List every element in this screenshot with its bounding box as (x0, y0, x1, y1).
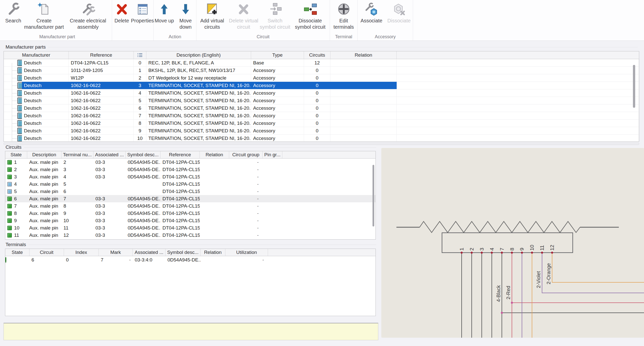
column-header-circuit-group[interactable]: Circuit group (229, 151, 263, 158)
toolbar-button-label: Delete virtual circuit (228, 18, 259, 30)
schematic-view[interactable]: 12347891011124-Black2-Red2-Violet2-Orang… (381, 148, 644, 338)
manufacturer-part-row[interactable]: Deutsch1062-16-06228TERMINATION, SOCKET,… (4, 120, 639, 127)
toolbar-button-move-up[interactable]: Move up (154, 0, 175, 34)
column-header-mark[interactable]: Mark (99, 249, 133, 256)
circuit-number: 8 (14, 211, 17, 216)
circuit-row[interactable]: 6Aux. male pin703-30D54A945-DE...DT04-12… (5, 195, 376, 202)
column-header-symbol-desc[interactable]: Symbol desc... (165, 249, 200, 256)
circuit-row[interactable]: 8Aux. male pin903-30D54A945-DE...DT04-12… (5, 210, 376, 217)
circuit-row[interactable]: 11Aux. male pin1203-30D54A945-DE...DT04-… (5, 232, 376, 239)
column-header-symbol-desc[interactable]: Symbol desc... (126, 151, 160, 158)
cell-terminal-number: 2 (61, 160, 93, 165)
manufacturer-parts-vscrollbar[interactable] (633, 65, 635, 108)
column-header-pin-gr[interactable]: Pin gr... (263, 151, 282, 158)
manufacturer-part-row[interactable]: Deutsch1062-16-06223TERMINATION, SOCKET,… (4, 82, 639, 89)
column-header-index[interactable]: Index (64, 249, 99, 256)
cell-associated: 03-3 (93, 196, 126, 202)
manufacturer-part-row[interactable]: Deutsch1062-16-06225TERMINATION, SOCKET,… (4, 97, 639, 104)
column-header-circuit[interactable]: Circuit (29, 249, 64, 256)
tree-stub (12, 101, 17, 101)
circuit-row[interactable]: 1Aux. male pin203-30D54A945-DE...DT04-12… (5, 159, 376, 166)
column-header-reference[interactable]: Reference (69, 51, 134, 59)
delete-virtual-icon (236, 2, 251, 17)
column-header-terminal-nu[interactable]: Terminal nu... (61, 151, 93, 158)
circuit-number: 4 (14, 181, 17, 187)
toolbar-button-associate[interactable]: Associate (358, 0, 385, 34)
column-header-description-english[interactable]: Description (English) (146, 51, 251, 59)
cell-circuit-group: - (229, 203, 263, 209)
column-header-state[interactable]: State (5, 151, 27, 158)
tree-gutter (4, 89, 22, 97)
toolbar-group-terminal: Edit terminalsTerminal (330, 0, 358, 41)
part-node-icon (17, 128, 22, 134)
cell-symbol-description: 0D54A945-DE... (126, 196, 160, 202)
circuit-number: 3 (14, 174, 17, 180)
circuit-row[interactable]: 2Aux. male pin303-30D54A945-DE...DT04-12… (5, 166, 376, 173)
toolbar-button-label: Move up (155, 18, 174, 24)
column-header-relation[interactable]: Relation (330, 51, 397, 59)
manufacturer-part-row[interactable]: Deutsch1062-16-06229TERMINATION, SOCKET,… (4, 127, 639, 135)
column-header-relation[interactable]: Relation (200, 151, 229, 158)
column-header-associated[interactable]: Associated ... (93, 151, 126, 158)
pin-label: 9 (519, 248, 525, 251)
manufacturer-part-row[interactable]: DeutschDT04-12PA-CL150REC, 12P, BLK, E, … (4, 59, 639, 67)
column-header-row-number[interactable] (134, 51, 146, 59)
circuit-row[interactable]: 7Aux. male pin803-30D54A945-DE...DT04-12… (5, 202, 376, 210)
terminals-table: StateCircuitIndexMarkAssociated ...Symbo… (5, 249, 376, 316)
toolbar-button-dissociate-symbol-circuit[interactable]: Dissociate symbol circuit (291, 0, 330, 34)
toolbar-button-move-down[interactable]: Move down (175, 0, 196, 34)
cell-circuits: 0 (304, 89, 330, 97)
circuit-row[interactable]: 10Aux. male pin1103-30D54A945-DE...DT04-… (5, 224, 376, 232)
cell-manufacturer: Deutsch (22, 74, 69, 82)
cell-filler (397, 112, 639, 119)
circuit-row[interactable]: 9Aux. male pin1003-30D54A945-DE...DT04-1… (5, 217, 376, 224)
manufacturer-part-row[interactable]: Deutsch1062-16-06224TERMINATION, SOCKET,… (4, 89, 639, 97)
manufacturer-part-row[interactable]: DeutschW12P2DT Wedgelock for 12 way rece… (4, 74, 639, 82)
toolbar-button-delete[interactable]: Delete (112, 0, 131, 34)
toolbar-button-create-manufacturer-part[interactable]: Create manufacturer part (24, 0, 64, 34)
wire-label-2-orange: 2-Orange (546, 263, 551, 285)
toolbar-button-add-virtual-circuits[interactable]: Add virtual circuits (196, 0, 228, 34)
cell-description: Aux. male pin (27, 233, 61, 238)
cell-description: Aux. male pin (27, 211, 61, 216)
cell-circuits: 0 (304, 67, 330, 74)
toolbar-button-search[interactable]: Search (3, 0, 24, 34)
cell-associated: 03-3 (93, 160, 126, 165)
pin-label: 10 (529, 245, 535, 251)
circuit-row[interactable]: 3Aux. male pin403-30D54A945-DE...DT04-12… (5, 173, 376, 180)
cell-reference: DT04-12PA-CL15 (0) (160, 189, 200, 194)
toolbar-button-edit-terminals[interactable]: Edit terminals (330, 0, 357, 34)
column-header-reference[interactable]: Reference (160, 151, 200, 158)
toolbar-button-properties[interactable]: Properties (131, 0, 153, 34)
cell-symbol-description: 0D54A945-DE... (126, 233, 160, 238)
cell-symbol-description: 0D54A945-DE... (126, 160, 160, 165)
cell-index: 6 (134, 104, 146, 112)
cell-state: 7 (5, 203, 27, 209)
dissociate-icon (392, 2, 406, 17)
circuit-row[interactable]: 5Aux. male pin6DT04-12PA-CL15 (0)- (5, 188, 376, 195)
manufacturer-part-row[interactable]: Deutsch1062-16-062210TERMINATION, SOCKET… (4, 135, 639, 142)
column-header-type[interactable]: Type (251, 51, 304, 59)
cell-description: REC, 12P, BLK, E, FLANGE, A (146, 59, 251, 66)
column-header-associated[interactable]: Associated ... (133, 249, 165, 256)
terminals-title-text: Terminals (6, 242, 26, 247)
tree-gutter (4, 104, 22, 112)
circuits-vscrollbar[interactable] (372, 165, 374, 226)
manufacturer-part-row[interactable]: Deutsch1062-16-06227TERMINATION, SOCKET,… (4, 112, 639, 120)
column-header-relation[interactable]: Relation (200, 249, 225, 256)
toolbar-button-create-electrical-assembly[interactable]: Create electrical assembly (64, 0, 112, 34)
manufacturer-part-row[interactable]: Deutsch1011-249-12051BKSHL, 12P, BLK, RE… (4, 67, 639, 74)
terminal-row[interactable]: 607-03-3:4:00D54A945-DE...- (5, 256, 376, 263)
column-header-circuits[interactable]: Circuits (304, 51, 330, 59)
move-up-icon (157, 2, 172, 17)
manufacturer-part-row[interactable]: Deutsch1062-16-06226TERMINATION, SOCKET,… (4, 104, 639, 112)
column-header-utilization[interactable]: Utilization (225, 249, 268, 256)
tree-line (12, 63, 12, 67)
cell-terminal-number: 4 (61, 174, 93, 180)
circuit-row[interactable]: 4Aux. male pin5DT04-12PA-CL15 (0)- (5, 180, 376, 188)
column-header-description[interactable]: Description (27, 151, 61, 158)
cell-index: 8 (134, 120, 146, 127)
column-header-state[interactable]: State (5, 249, 29, 256)
cell-relation (330, 104, 397, 112)
column-header-manufacturer[interactable]: Manufacturer (4, 51, 69, 59)
